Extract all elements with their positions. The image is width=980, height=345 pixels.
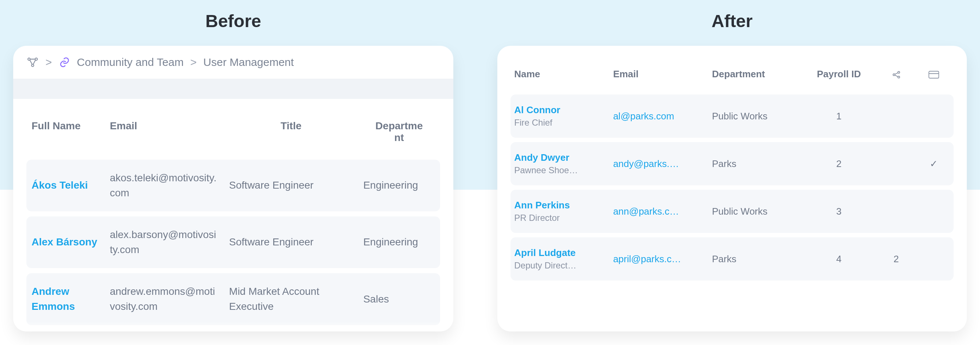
before-card: > Community and Team > User Management <box>13 46 453 331</box>
user-department: Public Works <box>708 190 799 233</box>
card-icon <box>928 71 939 79</box>
before-table: Full Name Email Title Departme nt Ákos T… <box>26 99 440 330</box>
link-icon <box>59 56 70 68</box>
user-name-link[interactable]: April Ludgate <box>514 247 576 258</box>
user-name-link[interactable]: Alex Bársony <box>32 236 97 248</box>
breadcrumb: > Community and Team > User Management <box>13 46 453 79</box>
user-subtitle: Fire Chief <box>514 117 606 129</box>
svg-point-1 <box>32 64 34 66</box>
user-share-value <box>878 190 914 233</box>
table-header-row: Full Name Email Title Departme nt <box>26 104 440 155</box>
user-email: akos.teleki@motivosity.com <box>105 160 224 211</box>
col-payroll-id[interactable]: Payroll ID <box>799 57 878 90</box>
user-department: Sales <box>358 273 440 325</box>
user-name-link[interactable]: Ákos Teleki <box>32 179 88 191</box>
user-payroll-id: 4 <box>799 237 878 280</box>
after-table-wrap: Name Email Department Payroll ID <box>497 46 967 285</box>
user-email: alex.barsony@motivosity.com <box>105 217 224 268</box>
user-title: Software Engineer <box>224 160 358 211</box>
table-row[interactable]: Andrew Emmons andrew.emmons@motivosity.c… <box>26 273 440 325</box>
after-panel: After Name Email Department Payroll ID <box>497 11 967 345</box>
table-row[interactable]: Andy Dwyer Pawnee Shoe… andy@parks.… Par… <box>511 142 954 185</box>
user-payroll-id: 3 <box>799 190 878 233</box>
user-share-value: 2 <box>878 237 914 280</box>
user-subtitle: PR Director <box>514 212 606 224</box>
share-icon <box>892 70 901 79</box>
user-card-value <box>914 190 954 233</box>
user-share-value <box>878 142 914 185</box>
before-panel: Before > Community and Team > <box>13 11 453 345</box>
user-department: Parks <box>708 237 799 280</box>
col-department[interactable]: Departme nt <box>358 104 440 155</box>
user-name-link[interactable]: Andrew Emmons <box>32 286 75 312</box>
after-heading: After <box>711 11 752 31</box>
user-name-link[interactable]: Andy Dwyer <box>514 152 569 163</box>
user-email: andrew.emmons@motivosity.com <box>105 273 224 325</box>
table-row[interactable]: Alex Bársony alex.barsony@motivosity.com… <box>26 217 440 268</box>
breadcrumb-separator: > <box>190 56 197 68</box>
network-icon[interactable] <box>26 56 39 68</box>
user-department: Engineering <box>358 217 440 268</box>
user-department: Engineering <box>358 160 440 211</box>
user-department: Public Works <box>708 95 799 138</box>
table-row[interactable]: Al Connor Fire Chief al@parks.com Public… <box>511 95 954 138</box>
table-row[interactable]: Ákos Teleki akos.teleki@motivosity.com S… <box>26 160 440 211</box>
col-share-icon[interactable] <box>878 57 914 90</box>
col-full-name[interactable]: Full Name <box>26 104 105 155</box>
user-subtitle: Pawnee Shoe… <box>514 164 606 177</box>
svg-rect-6 <box>929 71 939 78</box>
col-card-icon[interactable] <box>914 57 954 90</box>
table-row[interactable]: April Ludgate Deputy Direct… april@parks… <box>511 237 954 280</box>
table-header-row: Name Email Department Payroll ID <box>511 57 954 90</box>
col-email[interactable]: Email <box>105 104 224 155</box>
user-card-value: ✓ <box>914 142 954 185</box>
before-table-wrap: Full Name Email Title Departme nt Ákos T… <box>13 99 453 330</box>
col-title[interactable]: Title <box>224 104 358 155</box>
user-title: Mid Market Account Executive <box>224 273 358 325</box>
user-name-link[interactable]: Al Connor <box>514 104 560 116</box>
user-email-link[interactable]: april@parks.c… <box>613 252 705 266</box>
after-card: Name Email Department Payroll ID <box>497 46 967 331</box>
user-name-link[interactable]: Ann Perkins <box>514 199 570 210</box>
before-heading: Before <box>205 11 261 31</box>
col-department[interactable]: Department <box>708 57 799 90</box>
user-card-value <box>914 237 954 280</box>
table-row[interactable]: Ann Perkins PR Director ann@parks.c… Pub… <box>511 190 954 233</box>
breadcrumb-community-team[interactable]: Community and Team <box>77 56 184 68</box>
header-gap <box>13 79 453 99</box>
user-payroll-id: 2 <box>799 142 878 185</box>
user-payroll-id: 1 <box>799 95 878 138</box>
after-table: Name Email Department Payroll ID <box>511 53 954 285</box>
col-name[interactable]: Name <box>511 57 609 90</box>
user-share-value <box>878 95 914 138</box>
user-department: Parks <box>708 142 799 185</box>
breadcrumb-current: User Management <box>203 56 294 68</box>
user-email-link[interactable]: ann@parks.c… <box>613 205 705 218</box>
user-email-link[interactable]: andy@parks.… <box>613 157 705 170</box>
breadcrumb-separator: > <box>46 56 52 68</box>
user-title: Software Engineer <box>224 217 358 268</box>
user-email-link[interactable]: al@parks.com <box>613 109 705 123</box>
user-subtitle: Deputy Direct… <box>514 259 606 272</box>
col-email[interactable]: Email <box>609 57 709 90</box>
user-card-value <box>914 95 954 138</box>
